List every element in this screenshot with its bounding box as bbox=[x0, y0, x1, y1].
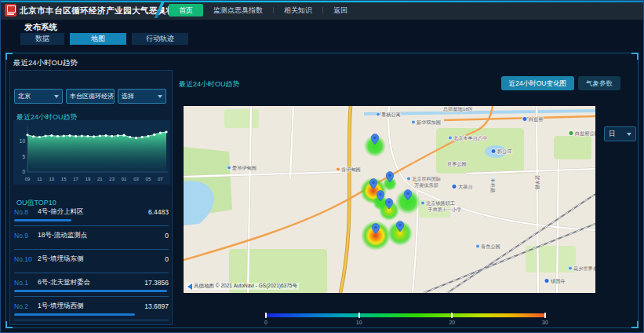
map-poi-label: 青鱼公园 bbox=[481, 243, 500, 250]
filter-select[interactable]: 丰台区循环经济产 bbox=[66, 89, 115, 104]
legend-tick-label: 10 bbox=[356, 320, 362, 325]
top-header: 北京市丰台区循环经济产业园大气恶臭状况实时 首页监测点恶臭指数相关知识返回 bbox=[1, 1, 643, 20]
svg-text:19: 19 bbox=[86, 177, 91, 181]
app-window: 北京市丰台区循环经济产业园大气恶臭状况实时 首页监测点恶臭指数相关知识返回 发布… bbox=[0, 0, 644, 333]
svg-text:17: 17 bbox=[73, 177, 78, 181]
ou-rank: No.9 bbox=[14, 232, 38, 240]
map-attribution: 高德地图 © 2021 AutoNavi - GS(2021)6375号 bbox=[186, 283, 299, 290]
metro-station-icon bbox=[544, 279, 549, 284]
ou-top-row: No.16号-北天堂村委会17.3856 bbox=[14, 277, 169, 301]
ou-top-row: No.918号-流动监测点0 bbox=[14, 230, 169, 254]
ou-site-name: 1号-填埋场西侧 bbox=[38, 302, 144, 311]
legend-tick-label: 20 bbox=[449, 320, 455, 325]
app-logo-icon bbox=[5, 4, 16, 16]
poi-icon bbox=[377, 112, 380, 116]
nav-item[interactable]: 返回 bbox=[323, 4, 358, 16]
map-attribution-text: 高德地图 © 2021 AutoNavi - GS(2021)6375号 bbox=[194, 283, 297, 290]
map-poi-label: 新华双加园 bbox=[416, 119, 441, 126]
map-canvas[interactable]: 总部基地18区看杨公寓新华双加园白盆窑白盆窑公园北京市丰台八中郭公庄世界公园大葆… bbox=[184, 106, 595, 293]
svg-text:21: 21 bbox=[97, 177, 103, 181]
map-poi-label: 总部基地18区 bbox=[442, 106, 473, 112]
ou-progress-bar bbox=[14, 290, 167, 292]
ou-value: 13.6897 bbox=[144, 302, 169, 310]
map-poi-label: 贺羊路 bbox=[534, 175, 540, 190]
park-icon bbox=[569, 131, 573, 136]
legend-gradient-bar bbox=[266, 313, 545, 317]
map-poi-label: 北京世科国际 bbox=[412, 176, 441, 182]
chevron-down-icon bbox=[627, 133, 631, 136]
map-svg: 总部基地18区看杨公寓新华双加园白盆窑白盆窑公园北京市丰台八中郭公庄世界公园大葆… bbox=[184, 106, 595, 293]
filter-select[interactable]: 北京 bbox=[14, 89, 63, 104]
time-range-select[interactable]: 日 bbox=[604, 126, 636, 141]
ou-rank: No.2 bbox=[14, 302, 38, 310]
metro-station-icon bbox=[491, 149, 496, 154]
view-tabs: 数据地图行动轨迹 bbox=[20, 33, 188, 45]
svg-text:10: 10 bbox=[20, 138, 26, 144]
ou-site-name: 6号-北天堂村委会 bbox=[38, 278, 144, 287]
ou-rank: No.8 bbox=[14, 208, 38, 216]
poi-icon bbox=[412, 120, 416, 124]
row-divider bbox=[14, 296, 169, 297]
map-poi-label: 丰科路 bbox=[489, 177, 496, 193]
header-accent-line bbox=[1, 1, 643, 2]
nav-item[interactable]: 首页 bbox=[169, 4, 203, 16]
panel-corner-accent bbox=[631, 53, 639, 60]
trend-chart: 0510091113151719212301030507 bbox=[13, 120, 170, 185]
poi-icon bbox=[227, 166, 231, 170]
map-poi-label: 爱琴伊甸园 bbox=[232, 165, 257, 171]
filter-select-value: 丰台区循环经济产 bbox=[70, 92, 115, 101]
map-poi-label: 谷伊甸园 bbox=[340, 166, 361, 173]
map-poi-label: 子弟第十一小学 bbox=[428, 207, 461, 213]
svg-text:09: 09 bbox=[25, 177, 31, 181]
map-poi-label: 白盆窑公园 bbox=[575, 130, 595, 137]
svg-text:23: 23 bbox=[109, 177, 115, 181]
ou-progress-bar bbox=[14, 219, 71, 221]
ou-change-map-button[interactable]: 近24小时OU变化图 bbox=[501, 76, 574, 90]
map-poi-label: 白盆窑 bbox=[529, 116, 544, 123]
weather-params-button[interactable]: 气象参数 bbox=[578, 76, 620, 90]
legend-tick-label: 0 bbox=[264, 320, 267, 325]
map-poi-label: 花乡世界名园 bbox=[573, 265, 595, 272]
panel-title: 最近24小时OU趋势 bbox=[13, 58, 78, 68]
nav-item[interactable]: 监测点恶臭指数 bbox=[203, 4, 273, 16]
svg-text:0: 0 bbox=[22, 169, 25, 174]
ou-color-legend: 0102030 bbox=[266, 313, 545, 327]
tab-item[interactable]: 数据 bbox=[20, 33, 64, 45]
svg-text:07: 07 bbox=[158, 177, 163, 181]
ou-top-row: No.102号-填埋场东侧0 bbox=[14, 254, 169, 277]
ou-top-row: No.21号-填埋场西侧13.6897 bbox=[14, 301, 169, 324]
chevron-down-icon bbox=[158, 95, 162, 98]
map-poi-label: 看杨公寓 bbox=[381, 112, 401, 118]
map-poi-label: 世界公园 bbox=[447, 161, 467, 167]
tab-active[interactable]: 地图 bbox=[70, 33, 126, 45]
time-range-value: 日 bbox=[609, 130, 616, 139]
ou-site-name: 18号-流动监测点 bbox=[38, 231, 165, 240]
ou-value: 0 bbox=[165, 255, 169, 263]
filter-select-value: 北京 bbox=[18, 92, 31, 101]
ou-site-name: 2号-填埋场东侧 bbox=[38, 254, 165, 264]
map-poi-label: 北京铁路职工 bbox=[426, 200, 455, 207]
map-poi-label: 大葆台 bbox=[458, 184, 473, 190]
metro-station-icon bbox=[452, 185, 457, 189]
svg-text:03: 03 bbox=[133, 177, 139, 181]
main-nav: 首页监测点恶臭指数相关知识返回 bbox=[169, 4, 358, 16]
filter-select-value: 选择 bbox=[122, 92, 134, 101]
tab-item[interactable]: 行动轨迹 bbox=[132, 33, 188, 45]
svg-text:01: 01 bbox=[122, 177, 127, 181]
legend-tick-marker bbox=[358, 313, 360, 318]
svg-text:11: 11 bbox=[37, 177, 42, 181]
map-poi-label: 郭公庄 bbox=[497, 148, 512, 155]
row-divider bbox=[14, 273, 169, 273]
panel-corner-accent bbox=[631, 321, 639, 328]
nav-item[interactable]: 相关知识 bbox=[274, 4, 322, 16]
ou-value: 6.4483 bbox=[148, 208, 169, 216]
filter-select[interactable]: 选择 bbox=[118, 89, 166, 104]
map-section-title: 最近24小时OU趋势 bbox=[179, 79, 240, 90]
poi-icon bbox=[407, 177, 411, 181]
ou-value: 0 bbox=[165, 232, 169, 240]
ou-site-name: 4号-筛分上料区 bbox=[38, 207, 148, 217]
trend-chart-svg: 0510091113151719212301030507 bbox=[13, 120, 170, 185]
map-poi-label: 镇国寺 bbox=[550, 278, 566, 284]
left-sidebar: 北京丰台区循环经济产选择 最近24小时OU趋势 0510091113151719… bbox=[9, 70, 173, 325]
metro-station-icon bbox=[522, 117, 527, 122]
